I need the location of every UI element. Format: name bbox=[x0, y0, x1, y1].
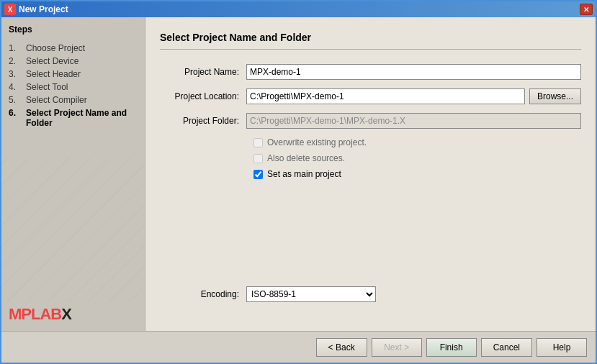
step-2-num: 2. bbox=[9, 56, 23, 66]
project-location-label: Project Location: bbox=[160, 91, 246, 101]
step-3: 3. Select Header bbox=[9, 68, 138, 81]
project-name-label: Project Name: bbox=[160, 67, 246, 77]
sidebar: Steps 1. Choose Project 2. Select Device… bbox=[1, 17, 145, 331]
cancel-button[interactable]: Cancel bbox=[481, 338, 532, 357]
new-project-window: X New Project ✕ Steps 1. Choose Project bbox=[0, 0, 597, 364]
title-bar-left: X New Project bbox=[4, 4, 68, 15]
project-folder-input[interactable] bbox=[246, 113, 581, 129]
content-area: Steps 1. Choose Project 2. Select Device… bbox=[1, 17, 596, 331]
main-project-label: Set as main project bbox=[267, 169, 341, 179]
encoding-select[interactable]: ISO-8859-1 UTF-8 UTF-16 US-ASCII bbox=[246, 286, 376, 302]
window-close-button[interactable]: ✕ bbox=[580, 4, 593, 15]
encoding-label: Encoding: bbox=[160, 289, 246, 299]
project-name-input[interactable] bbox=[246, 64, 581, 80]
window-title: New Project bbox=[19, 4, 68, 14]
step-1: 1. Choose Project bbox=[9, 42, 138, 55]
spacer bbox=[160, 185, 581, 286]
step-1-label: Choose Project bbox=[26, 43, 85, 53]
mplab-logo-text: MPLAB bbox=[9, 305, 61, 323]
delete-sources-label: Also delete sources. bbox=[267, 153, 345, 163]
step-5-label: Select Compiler bbox=[26, 95, 87, 105]
overwrite-checkbox-group: Overwrite existing project. bbox=[253, 137, 581, 147]
step-3-label: Select Header bbox=[26, 69, 81, 79]
overwrite-checkbox[interactable] bbox=[253, 138, 263, 147]
mplab-logo: MPLABX bbox=[9, 305, 71, 324]
panel-title: Select Project Name and Folder bbox=[160, 32, 581, 50]
window-icon: X bbox=[4, 4, 16, 15]
encoding-group: Encoding: ISO-8859-1 UTF-8 UTF-16 US-ASC… bbox=[160, 286, 581, 302]
delete-sources-checkbox-group: Also delete sources. bbox=[253, 153, 581, 163]
help-button[interactable]: Help bbox=[537, 338, 587, 357]
next-button[interactable]: Next > bbox=[372, 338, 422, 357]
step-3-num: 3. bbox=[9, 69, 23, 79]
step-2-label: Select Device bbox=[26, 56, 78, 66]
step-6-num: 6. bbox=[9, 108, 23, 128]
project-location-group: Project Location: Browse... bbox=[160, 88, 581, 104]
delete-sources-checkbox[interactable] bbox=[253, 154, 263, 163]
step-2: 2. Select Device bbox=[9, 55, 138, 68]
back-button[interactable]: < Back bbox=[316, 338, 367, 357]
project-name-group: Project Name: bbox=[160, 64, 581, 80]
step-6: 6. Select Project Name and Folder bbox=[9, 106, 138, 129]
steps-list: 1. Choose Project 2. Select Device 3. Se… bbox=[9, 42, 138, 129]
step-4: 4. Select Tool bbox=[9, 81, 138, 94]
project-location-input[interactable] bbox=[246, 88, 525, 104]
steps-heading: Steps bbox=[9, 24, 138, 35]
step-4-num: 4. bbox=[9, 82, 23, 92]
main-project-checkbox-group: Set as main project bbox=[253, 169, 581, 179]
overwrite-label: Overwrite existing project. bbox=[267, 137, 367, 147]
step-1-num: 1. bbox=[9, 43, 23, 53]
svg-rect-1 bbox=[1, 158, 145, 302]
main-panel: Select Project Name and Folder Project N… bbox=[145, 17, 596, 331]
sidebar-pattern bbox=[1, 158, 145, 302]
step-6-label: Select Project Name and Folder bbox=[26, 108, 138, 128]
step-4-label: Select Tool bbox=[26, 82, 68, 92]
project-folder-group: Project Folder: bbox=[160, 113, 581, 129]
finish-button[interactable]: Finish bbox=[426, 338, 477, 357]
mplab-logo-suffix: X bbox=[61, 305, 71, 323]
main-project-checkbox[interactable] bbox=[253, 170, 263, 179]
browse-button[interactable]: Browse... bbox=[529, 88, 581, 104]
project-folder-label: Project Folder: bbox=[160, 116, 246, 126]
step-5: 5. Select Compiler bbox=[9, 94, 138, 106]
button-bar: < Back Next > Finish Cancel Help bbox=[1, 331, 596, 363]
title-bar: X New Project ✕ bbox=[1, 1, 596, 17]
step-5-num: 5. bbox=[9, 95, 23, 105]
